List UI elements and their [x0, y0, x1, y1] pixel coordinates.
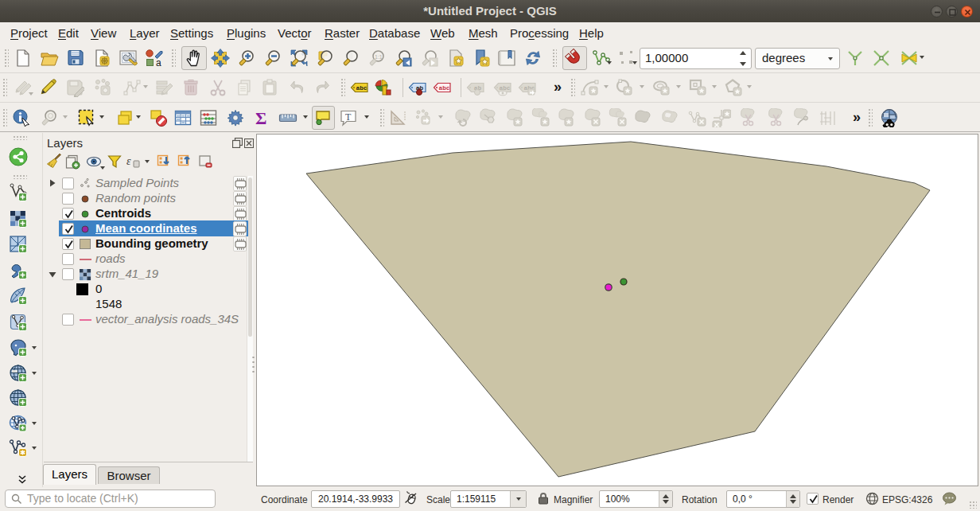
svg-text:ε: ε: [126, 155, 131, 167]
svg-text:Σ: Σ: [255, 108, 266, 127]
svg-text:a: a: [156, 57, 161, 68]
svg-text:abc: abc: [500, 84, 511, 92]
svg-text:T: T: [345, 111, 352, 123]
svg-text:1:1: 1:1: [375, 54, 383, 60]
svg-text:abc: abc: [439, 84, 450, 92]
svg-text:abc: abc: [356, 84, 368, 92]
